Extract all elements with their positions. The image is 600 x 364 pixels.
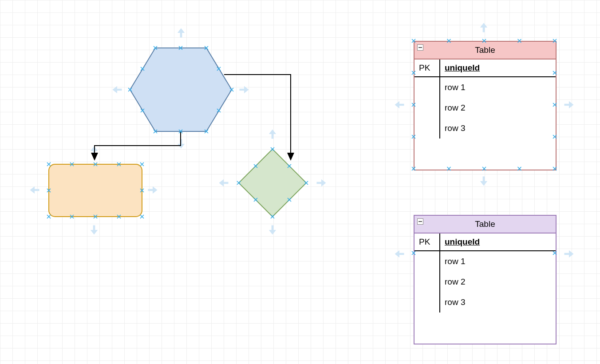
table-row[interactable]: row 1 <box>440 251 556 272</box>
arrow-up-icon[interactable] <box>478 21 490 34</box>
entity-table-2[interactable]: Table PK uniqueId row 1 row 2 row 3 <box>414 215 557 344</box>
entity-title: Table <box>475 45 495 55</box>
rounども-rect-shape[interactable] <box>49 164 142 217</box>
table-row[interactable]: row 2 <box>440 98 556 118</box>
table-row[interactable]: row 3 <box>440 118 556 138</box>
table-row[interactable]: row 1 <box>440 77 556 98</box>
arrow-left-icon[interactable] <box>28 184 41 196</box>
arrow-up-icon[interactable] <box>266 128 279 140</box>
arrow-up-icon[interactable] <box>175 27 187 39</box>
arrow-right-icon[interactable] <box>563 99 575 111</box>
arrow-left-icon[interactable] <box>217 177 230 189</box>
connection-point-icon[interactable] <box>140 215 144 218</box>
pk-name: uniqueId <box>445 63 480 73</box>
arrow-left-icon[interactable] <box>393 248 406 260</box>
diamond-shape[interactable] <box>239 149 306 217</box>
pk-name: uniqueId <box>445 237 480 247</box>
connection-point-icon[interactable] <box>47 162 51 166</box>
connection-point-icon[interactable] <box>140 162 144 166</box>
entity-header[interactable]: Table <box>414 216 556 233</box>
pk-label: PK <box>414 233 439 251</box>
entity-header[interactable]: Table <box>414 42 556 59</box>
arrow-left-icon[interactable] <box>111 83 123 96</box>
arrow-down-icon[interactable] <box>88 224 100 236</box>
arrow-down-icon[interactable] <box>478 175 490 187</box>
arrow-down-icon[interactable] <box>266 224 279 236</box>
arrow-right-icon[interactable] <box>563 248 575 260</box>
entity-title: Table <box>475 219 495 229</box>
table-row[interactable]: row 3 <box>440 292 556 313</box>
collapse-icon[interactable] <box>417 44 423 51</box>
diagram-canvas[interactable]: Table PK uniqueId row 1 row 2 row 3 Tabl… <box>0 0 600 364</box>
connection-point-icon[interactable] <box>47 215 51 218</box>
connector-hex-to-rect[interactable] <box>95 131 181 160</box>
collapse-icon[interactable] <box>417 218 423 225</box>
arrow-right-icon[interactable] <box>238 83 250 96</box>
arrow-left-icon[interactable] <box>393 99 406 111</box>
table-row[interactable]: row 2 <box>440 272 556 292</box>
arrow-right-icon[interactable] <box>315 177 328 189</box>
pk-label: PK <box>414 59 439 77</box>
hexagon-shape[interactable] <box>130 48 232 131</box>
connector-hex-to-diamond[interactable] <box>224 75 291 160</box>
entity-table-1[interactable]: Table PK uniqueId row 1 row 2 row 3 <box>414 41 557 170</box>
arrow-right-icon[interactable] <box>146 184 159 196</box>
